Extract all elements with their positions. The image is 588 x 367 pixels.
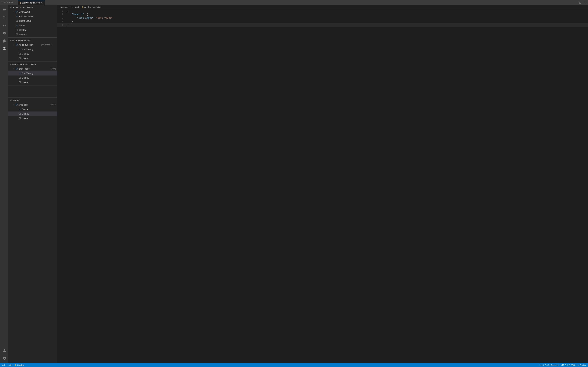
prettier[interactable]: ✦ Prettier bbox=[577, 363, 587, 367]
http-chevron: ▾ bbox=[10, 40, 11, 42]
run-debug-cron-item[interactable]: ○ Run/Debug bbox=[9, 71, 57, 75]
run-debug-http-item[interactable]: ○ Run/Debug bbox=[9, 47, 57, 51]
cron-node-group[interactable]: ▾ ⬡ cron_node [cron] bbox=[9, 67, 57, 71]
activity-bar-bottom bbox=[1, 347, 8, 363]
line-content-2: "input_1": { bbox=[66, 13, 588, 16]
line-num-4: 4 bbox=[57, 20, 66, 23]
add-functions-label: Add functions bbox=[19, 15, 56, 18]
account-icon[interactable] bbox=[1, 347, 8, 354]
warning-count: 0 bbox=[10, 364, 11, 366]
editor-area: functions › cron_node › {} catalyst-inpu… bbox=[57, 5, 588, 363]
catalyst-chevron: ▾ bbox=[13, 11, 14, 13]
serve-catalyst-item[interactable]: ○ Serve bbox=[9, 23, 57, 28]
catalyst-plugin-icon[interactable] bbox=[1, 45, 8, 52]
deploy-client-icon: ☐ bbox=[18, 112, 21, 115]
run-debug-cron-icon: ○ bbox=[18, 72, 21, 75]
eol[interactable]: LF bbox=[567, 363, 570, 367]
line-num-3: 3 bbox=[57, 16, 66, 20]
breadcrumb-json-icon: {} bbox=[82, 6, 84, 8]
line-num-5: 5 bbox=[57, 23, 66, 27]
project-label: Project bbox=[19, 33, 56, 36]
encoding[interactable]: UTF-8 bbox=[560, 363, 567, 367]
deploy-client-item[interactable]: ☐ Deploy bbox=[9, 111, 57, 116]
deploy-catalyst-item[interactable]: ☐ Deploy bbox=[9, 28, 57, 32]
catalyst-group-label: CATALYST bbox=[19, 10, 52, 13]
serve-client-item[interactable]: ○ Serve bbox=[9, 107, 57, 111]
status-errors[interactable]: ⊗ 0 bbox=[1, 363, 6, 367]
node-function-copy-button[interactable]: ⧉ bbox=[53, 43, 56, 47]
breadcrumb-functions[interactable]: functions bbox=[60, 6, 68, 8]
non-http-section[interactable]: ▾ NON HTTP FUNCTIONS bbox=[9, 62, 57, 67]
indentation[interactable]: Spaces: 4 bbox=[550, 363, 560, 367]
breadcrumb-file[interactable]: {} catalyst-inputs.json bbox=[82, 6, 102, 8]
catalyst-group-header[interactable]: ▾ ⬡ CATALYST ⧉ bbox=[9, 9, 57, 14]
breadcrumb-cron-node[interactable]: cron_node bbox=[70, 6, 80, 8]
delete-client-item[interactable]: ☐ Delete bbox=[9, 116, 57, 121]
extensions-icon[interactable] bbox=[1, 37, 8, 44]
cursor-position[interactable]: Ln 5, Col 2 bbox=[539, 363, 550, 367]
encoding-label: UTF-8 bbox=[561, 364, 566, 366]
catalyst-copy-button[interactable]: ⧉ bbox=[53, 10, 56, 13]
delete-cron-item[interactable]: ☐ Delete bbox=[9, 80, 57, 84]
web-app-label: web-app bbox=[19, 103, 49, 106]
delete-http-item[interactable]: ☐ Delete bbox=[9, 56, 57, 61]
tab-more-icon[interactable]: ··· bbox=[15, 1, 16, 4]
serve-catalyst-label: Serve bbox=[19, 24, 56, 27]
delete-client-icon: ☐ bbox=[18, 117, 21, 120]
line-content-1: { bbox=[66, 9, 588, 13]
more-actions-button[interactable]: ··· bbox=[583, 1, 587, 4]
run-debug-cron-label: Run/Debug bbox=[22, 72, 56, 75]
prettier-label: ✦ Prettier bbox=[578, 364, 586, 366]
client-setup-icon: ☐ bbox=[15, 19, 18, 22]
split-editor-button[interactable]: ⊡ bbox=[578, 1, 582, 4]
cursor-position-label: Ln 5, Col 2 bbox=[540, 364, 549, 366]
web-app-group[interactable]: ▾ ⬡ web-app v0.0.1 bbox=[9, 102, 57, 107]
settings-icon[interactable] bbox=[1, 355, 8, 362]
web-app-icon: ⬡ bbox=[15, 103, 18, 106]
client-section[interactable]: ▾ CLIENT bbox=[9, 98, 57, 102]
language[interactable]: JSON bbox=[570, 363, 577, 367]
deploy-client-label: Deploy bbox=[22, 113, 56, 115]
cron-node-chevron: ▾ bbox=[13, 68, 14, 70]
line-num-1: 1 bbox=[57, 9, 66, 13]
node-function-group[interactable]: ▾ ⬡ node_function [advancedio] ⧉ bbox=[9, 42, 57, 47]
error-count: 0 bbox=[4, 364, 5, 366]
code-editor[interactable]: 1 { 2 "input_1": { 3 "test_input": "test… bbox=[57, 9, 588, 363]
client-setup-item[interactable]: ☐ Client Setup bbox=[9, 18, 57, 23]
language-label: JSON bbox=[571, 364, 576, 366]
catalyst-configs-section[interactable]: ▾ CATALYST CONFIGS bbox=[9, 5, 57, 9]
tab-close-button[interactable]: ✕ bbox=[41, 1, 43, 4]
cron-node-badge: [cron] bbox=[51, 68, 56, 70]
deploy-cron-icon: ☐ bbox=[18, 76, 21, 79]
explorer-icon[interactable] bbox=[1, 7, 8, 14]
code-line-3: 3 "test_input": "test value" bbox=[57, 16, 588, 20]
warning-icon: ⚠ bbox=[8, 364, 10, 366]
deploy-cron-item[interactable]: ☐ Deploy bbox=[9, 75, 57, 80]
project-item[interactable]: ☐ Project bbox=[9, 32, 57, 37]
non-http-chevron: ▾ bbox=[10, 63, 11, 65]
breadcrumb: functions › cron_node › {} catalyst-inpu… bbox=[57, 5, 588, 9]
node-function-icon: ⬡ bbox=[15, 43, 18, 46]
run-debug-activity-icon[interactable] bbox=[1, 30, 8, 37]
catalyst-status[interactable]: ⚡ Catalyst bbox=[13, 363, 25, 367]
line-content-4: } bbox=[66, 20, 588, 23]
http-functions-section[interactable]: ▾ HTTP FUNCTIONS bbox=[9, 38, 57, 42]
node-function-label: node_function bbox=[19, 43, 40, 46]
deploy-http-icon: ☐ bbox=[18, 52, 21, 55]
divider-4 bbox=[9, 97, 57, 98]
status-right: Ln 5, Col 2 Spaces: 4 UTF-8 LF JSON ✦ Pr… bbox=[539, 363, 587, 367]
file-tab[interactable]: {} catalyst-inputs.json ✕ bbox=[18, 0, 45, 5]
main-area: ▾ CATALYST CONFIGS ▾ ⬡ CATALYST ⧉ ○ Add … bbox=[0, 5, 588, 363]
divider-1 bbox=[9, 37, 57, 38]
search-icon[interactable] bbox=[1, 14, 8, 21]
code-line-4: 4 } bbox=[57, 20, 588, 23]
deploy-http-item[interactable]: ☐ Deploy bbox=[9, 51, 57, 56]
status-warnings[interactable]: ⚠ 0 bbox=[7, 363, 12, 367]
run-debug-http-icon: ○ bbox=[18, 48, 21, 51]
client-setup-label: Client Setup bbox=[19, 20, 56, 22]
add-functions-item[interactable]: ○ Add functions bbox=[9, 14, 57, 18]
breadcrumb-sep-2: › bbox=[81, 6, 81, 8]
serve-client-icon: ○ bbox=[18, 108, 21, 111]
source-control-icon[interactable] bbox=[1, 22, 8, 29]
project-title: ZCATALYST bbox=[1, 1, 13, 4]
